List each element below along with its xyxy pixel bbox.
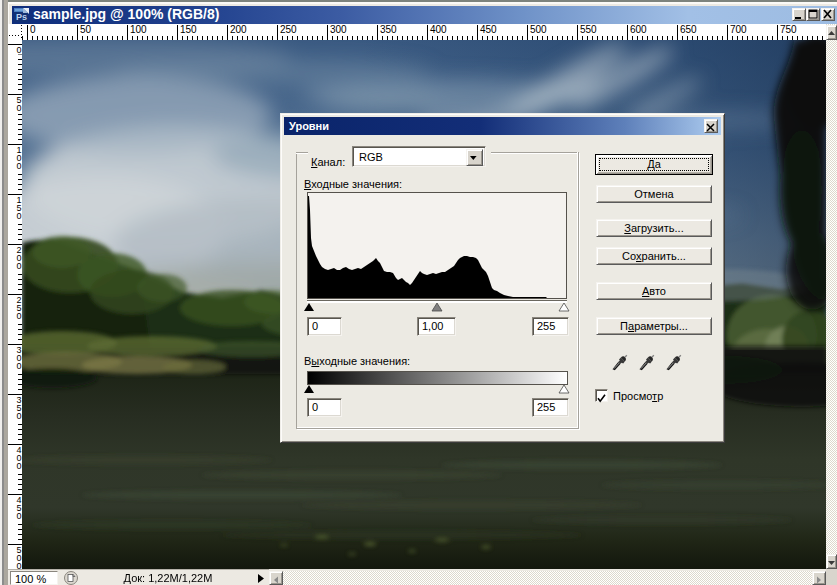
svg-text:250: 250	[280, 24, 297, 35]
svg-text:0: 0	[17, 561, 22, 569]
svg-text:0: 0	[17, 461, 22, 471]
svg-text:Ps: Ps	[16, 12, 27, 22]
svg-text:0: 0	[17, 45, 22, 55]
svg-text:0: 0	[17, 511, 22, 521]
svg-text:0: 0	[17, 161, 22, 171]
svg-text:350: 350	[380, 24, 397, 35]
svg-text:750: 750	[780, 24, 797, 35]
svg-text:0: 0	[17, 411, 22, 421]
svg-text:600: 600	[630, 24, 647, 35]
svg-text:450: 450	[480, 24, 497, 35]
svg-text:550: 550	[580, 24, 597, 35]
svg-text:200: 200	[230, 24, 247, 35]
svg-text:0: 0	[17, 103, 22, 113]
svg-text:150: 150	[180, 24, 197, 35]
svg-text:0: 0	[17, 311, 22, 321]
svg-text:650: 650	[680, 24, 697, 35]
svg-text:300: 300	[330, 24, 347, 35]
svg-text:100: 100	[130, 24, 147, 35]
svg-text:500: 500	[530, 24, 547, 35]
svg-text:0: 0	[17, 261, 22, 271]
svg-text:50: 50	[80, 24, 92, 35]
svg-text:400: 400	[430, 24, 447, 35]
svg-text:700: 700	[730, 24, 747, 35]
svg-text:0: 0	[30, 24, 36, 35]
svg-text:0: 0	[17, 211, 22, 221]
svg-text:0: 0	[17, 361, 22, 371]
